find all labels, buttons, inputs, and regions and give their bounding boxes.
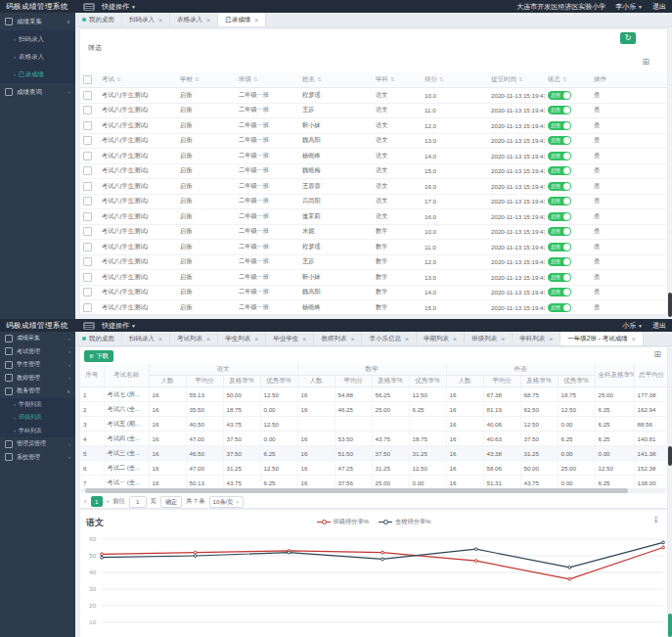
data-point[interactable] [381, 551, 384, 554]
tab-教师列表[interactable]: 教师列表× [314, 332, 362, 345]
status-toggle[interactable]: 启用 [548, 152, 571, 160]
sidebar-item-成绩采集[interactable]: 成绩采集‹ [0, 332, 75, 345]
status-toggle[interactable]: 启用 [548, 136, 571, 145]
status-toggle[interactable]: 启用 [548, 197, 571, 205]
row-checkbox[interactable] [83, 121, 92, 130]
logout-link[interactable]: 退出 [652, 3, 666, 10]
view-action-link[interactable]: 查 [594, 273, 600, 280]
page-number-button[interactable]: 1 [91, 496, 103, 507]
row-checkbox[interactable] [83, 257, 92, 266]
status-toggle[interactable]: 启用 [548, 227, 571, 236]
data-point[interactable] [662, 541, 665, 544]
view-action-link[interactable]: 查 [594, 182, 600, 189]
close-icon[interactable]: × [501, 336, 505, 342]
data-point[interactable] [474, 548, 477, 551]
close-icon[interactable]: × [549, 336, 553, 342]
sidebar-subitem-表格录入[interactable]: ›表格录入 [0, 48, 75, 66]
logout-link[interactable]: 退出 [652, 322, 666, 329]
sidebar-item-管理员管理[interactable]: 管理员管理‹ [0, 437, 75, 451]
next-page-button[interactable]: › [107, 497, 110, 506]
view-action-link[interactable]: 查 [594, 166, 600, 173]
row-checkbox[interactable] [83, 288, 92, 296]
status-toggle[interactable]: 启用 [548, 273, 571, 282]
status-toggle[interactable]: 启用 [548, 257, 571, 266]
legend-item-全校得分率%[interactable]: 全校得分率% [379, 518, 430, 526]
tab-我的桌面[interactable]: 我的桌面 [75, 332, 122, 345]
user-menu[interactable]: 小乐 ▼ [622, 322, 643, 329]
row-checkbox[interactable] [83, 152, 92, 160]
tab-扫码录入[interactable]: 扫码录入× [122, 13, 170, 26]
vertical-scrollbar-thumb[interactable] [668, 446, 672, 466]
view-action-link[interactable]: 查 [594, 243, 600, 250]
view-action-link[interactable]: 查 [594, 121, 600, 128]
sidebar-item-系统管理[interactable]: 系统管理‹ [0, 451, 75, 465]
row-checkbox[interactable] [83, 227, 92, 236]
close-icon[interactable]: × [453, 336, 457, 342]
tab-考试列表[interactable]: 考试列表× [170, 332, 218, 345]
close-icon[interactable]: × [206, 336, 210, 342]
view-action-link[interactable]: 查 [594, 197, 600, 204]
close-icon[interactable]: × [158, 17, 162, 23]
close-icon[interactable]: × [350, 336, 354, 342]
sidebar-subitem-学期列表[interactable]: ›学期列表 [0, 398, 75, 412]
close-icon[interactable]: × [302, 336, 306, 342]
data-point[interactable] [381, 558, 384, 561]
quick-actions-menu[interactable]: 快捷操作 ▼ [102, 0, 136, 14]
data-point[interactable] [568, 567, 571, 569]
close-icon[interactable]: × [254, 336, 258, 342]
hamburger-icon[interactable] [83, 322, 95, 330]
data-point[interactable] [474, 560, 477, 563]
page-size-select[interactable]: 10条/页 ▼ [209, 496, 245, 508]
row-checkbox[interactable] [83, 166, 92, 175]
view-action-link[interactable]: 查 [594, 152, 600, 159]
row-checkbox[interactable] [83, 182, 92, 191]
user-menu[interactable]: 李小乐 ▼ [615, 3, 643, 10]
row-checkbox[interactable] [83, 243, 92, 251]
sidebar-subitem-学科列表[interactable]: ›学科列表 [0, 425, 75, 438]
column-settings-icon[interactable]: ⊞ [642, 58, 650, 67]
sidebar-subitem-已录成绩[interactable]: ›已录成绩 [0, 66, 75, 83]
data-point[interactable] [288, 551, 291, 554]
filter-label[interactable]: 筛选 [88, 43, 102, 53]
confirm-button[interactable]: 确定 [160, 496, 182, 508]
tab-学期列表[interactable]: 学期列表× [417, 332, 465, 345]
view-action-link[interactable]: 查 [594, 303, 600, 310]
status-toggle[interactable]: 启用 [548, 91, 571, 100]
goto-page-input[interactable]: 1 [129, 496, 147, 508]
sidebar-item-教师管理[interactable]: 教师管理‹ [0, 372, 75, 386]
row-checkbox[interactable] [83, 303, 92, 312]
data-point[interactable] [568, 577, 571, 580]
sort-icon[interactable]: ⇅ [439, 76, 444, 82]
prev-page-button[interactable]: ‹ [84, 497, 87, 506]
close-icon[interactable]: × [158, 336, 162, 342]
status-toggle[interactable]: 启用 [548, 166, 571, 175]
data-point[interactable] [194, 555, 197, 558]
sidebar-item-考试管理[interactable]: 考试管理‹ [0, 345, 75, 359]
tab-学生列表[interactable]: 学生列表× [218, 332, 266, 345]
status-toggle[interactable]: 启用 [548, 303, 571, 312]
legend-item-班级得分率%[interactable]: 班级得分率% [317, 518, 369, 526]
sort-icon[interactable]: ⇅ [562, 76, 567, 82]
close-icon[interactable]: × [632, 336, 636, 342]
sidebar-subitem-扫码录入[interactable]: ›扫码录入 [0, 30, 75, 48]
sort-icon[interactable]: ⇅ [116, 76, 121, 82]
data-point[interactable] [662, 546, 665, 549]
sidebar-item-学生管理[interactable]: 学生管理‹ [0, 358, 75, 372]
view-action-link[interactable]: 查 [594, 227, 600, 234]
data-point[interactable] [101, 553, 104, 556]
view-action-link[interactable]: 查 [594, 136, 600, 143]
row-checkbox[interactable] [83, 91, 92, 100]
quick-actions-menu[interactable]: 快捷操作 ▼ [102, 319, 136, 333]
vertical-scrollbar-thumb[interactable] [668, 614, 672, 637]
row-checkbox[interactable] [83, 106, 92, 114]
vertical-scrollbar-thumb[interactable] [668, 293, 672, 317]
tab-学科列表[interactable]: 学科列表× [513, 332, 560, 345]
row-checkbox[interactable] [83, 273, 92, 282]
view-action-link[interactable]: 查 [594, 212, 600, 219]
data-point[interactable] [194, 551, 197, 554]
tab-班级列表[interactable]: 班级列表× [465, 332, 513, 345]
row-checkbox[interactable] [83, 212, 92, 221]
view-action-link[interactable]: 查 [594, 288, 600, 295]
data-point[interactable] [101, 556, 104, 559]
tab-已录成绩[interactable]: 已录成绩× [218, 13, 266, 26]
